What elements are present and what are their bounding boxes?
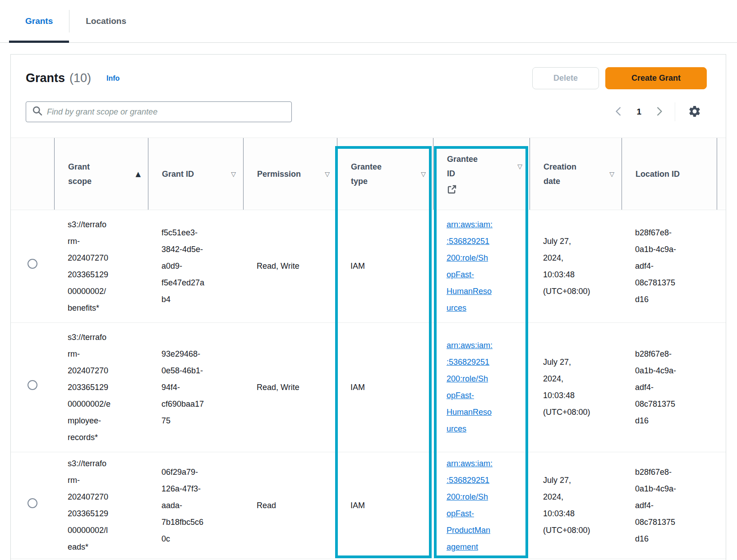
creation-date-cell: July 27, 2024, 10:03:48 (UTC+08:00) <box>530 354 622 421</box>
creation-date-cell: July 27, 2024, 10:03:48 (UTC+08:00) <box>530 472 622 539</box>
sort-descending-icon[interactable]: ▽ <box>421 170 426 178</box>
creation-date-header-label: Creation date <box>544 160 607 188</box>
grant-scope-cell: s3://terrafo rm- 202407270 203365129 000… <box>54 329 148 446</box>
current-page[interactable]: 1 <box>636 107 641 117</box>
column-header-grant-id[interactable]: Grant ID ▽ <box>148 138 243 210</box>
column-header-location-id[interactable]: Location ID <box>622 138 717 210</box>
tab-bar: Grants Locations <box>0 0 737 43</box>
chevron-left-icon <box>614 106 624 119</box>
column-header-grantee-id[interactable]: Grantee ID ▽ <box>433 138 530 210</box>
select-column-header <box>11 138 54 210</box>
panel-count: (10) <box>69 71 91 85</box>
sort-descending-icon[interactable]: ▽ <box>325 170 330 178</box>
grantee-type-cell: IAM <box>337 497 433 514</box>
table-row[interactable]: s3://terrafo rm- 202407270 203365129 000… <box>11 323 726 452</box>
table-row[interactable]: s3://terrafo rm- 202407270 203365129 000… <box>11 452 726 559</box>
grants-panel: Grants (10) Info Delete Create Grant <box>10 54 726 560</box>
tab-locations-label: Locations <box>86 16 126 26</box>
delete-button[interactable]: Delete <box>532 67 599 89</box>
header-filler <box>717 138 726 210</box>
table-header-row: Grant scope ▲ Grant ID ▽ Permission ▽ Gr… <box>11 138 726 210</box>
tab-locations[interactable]: Locations <box>69 0 143 42</box>
search-input[interactable] <box>47 107 285 117</box>
sort-descending-icon[interactable]: ▽ <box>517 163 522 170</box>
location-id-cell: b28f67e8- 0a1b-4c9a- adf4- 08c781375 d16 <box>622 225 717 308</box>
gear-icon <box>688 113 701 119</box>
column-header-creation-date[interactable]: Creation date ▽ <box>530 138 622 210</box>
permission-cell: Read <box>243 497 337 514</box>
sort-descending-icon[interactable]: ▽ <box>609 170 614 178</box>
row-radio-button[interactable] <box>28 498 37 508</box>
chevron-right-icon <box>654 106 664 119</box>
permission-header-label: Permission <box>257 167 322 181</box>
create-grant-button[interactable]: Create Grant <box>605 67 707 89</box>
grant-id-cell: 93e29468- 0e58-46b1- 94f4- cf690baa17 75 <box>148 346 243 429</box>
permission-cell: Read, Write <box>243 379 337 396</box>
grant-id-header-label: Grant ID <box>162 167 228 181</box>
location-id-cell: b28f67e8- 0a1b-4c9a- adf4- 08c781375 d16 <box>622 464 717 547</box>
external-link-icon <box>447 184 522 196</box>
grantee-type-cell: IAM <box>337 258 433 275</box>
grant-scope-cell: s3://terrafo rm- 202407270 203365129 000… <box>54 455 148 555</box>
next-page-button[interactable] <box>651 103 667 121</box>
search-icon <box>32 106 42 118</box>
tab-grants[interactable]: Grants <box>9 0 69 42</box>
grantee-type-header-label: Grantee type <box>351 160 418 188</box>
panel-header: Grants (10) Info Delete Create Grant <box>11 55 726 89</box>
row-radio-button[interactable] <box>28 259 37 269</box>
creation-date-cell: July 27, 2024, 10:03:48 (UTC+08:00) <box>530 233 622 300</box>
grantee-id-link[interactable]: arn:aws:iam: :536829251 200:role/Sh opFa… <box>447 341 493 433</box>
grant-scope-header-label: Grant scope <box>68 160 133 188</box>
table-row[interactable]: s3://terrafo rm- 202407270 203365129 000… <box>11 210 726 323</box>
search-box[interactable] <box>26 101 292 122</box>
location-id-header-label: Location ID <box>636 167 709 181</box>
column-header-permission[interactable]: Permission ▽ <box>243 138 337 210</box>
column-header-grantee-type[interactable]: Grantee type ▽ <box>337 138 433 210</box>
permission-cell: Read, Write <box>243 258 337 275</box>
grants-table: Grant scope ▲ Grant ID ▽ Permission ▽ Gr… <box>11 138 726 559</box>
grant-id-cell: 06f29a79- 126a-47f3- aada- 7b18fbc5c6 0c <box>148 464 243 547</box>
grantee-type-cell: IAM <box>337 379 433 396</box>
grantee-id-link[interactable]: arn:aws:iam: :536829251 200:role/Sh opFa… <box>447 459 493 551</box>
sort-descending-icon[interactable]: ▽ <box>231 170 236 178</box>
sort-ascending-icon[interactable]: ▲ <box>135 170 141 178</box>
grantee-id-header-label: Grantee ID <box>447 152 515 181</box>
location-id-cell: b28f67e8- 0a1b-4c9a- adf4- 08c781375 d16 <box>622 346 717 429</box>
grant-scope-cell: s3://terrafo rm- 202407270 203365129 000… <box>54 216 148 317</box>
tab-grants-label: Grants <box>25 16 53 26</box>
preferences-button[interactable] <box>686 103 703 121</box>
column-header-grant-scope[interactable]: Grant scope ▲ <box>54 138 148 210</box>
info-link[interactable]: Info <box>106 74 120 83</box>
previous-page-button[interactable] <box>611 103 626 121</box>
row-radio-button[interactable] <box>28 380 37 390</box>
panel-title: Grants <box>26 71 65 85</box>
table-toolbar: 1 <box>11 101 726 122</box>
toolbar-divider <box>675 102 675 121</box>
grant-id-cell: f5c51ee3- 3842-4d5e- a0d9- f5e47ed27a b4 <box>148 225 243 308</box>
grantee-id-link[interactable]: arn:aws:iam: :536829251 200:role/Sh opFa… <box>447 220 493 312</box>
